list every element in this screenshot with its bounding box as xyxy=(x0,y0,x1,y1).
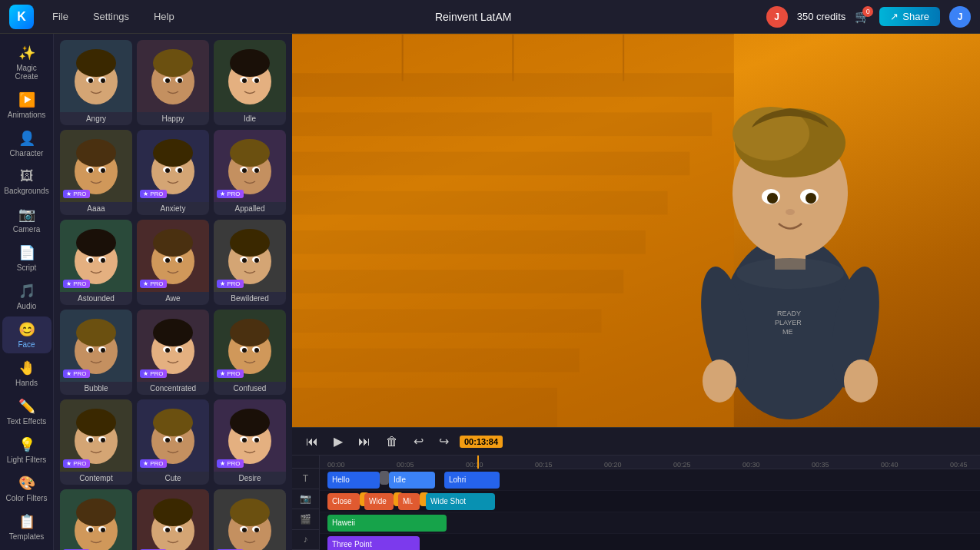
user-avatar-right[interactable]: J xyxy=(949,6,971,28)
face-card-bewildered[interactable]: ★ PROBewildered xyxy=(214,220,286,305)
pro-badge: ★ PRO xyxy=(217,369,244,378)
timeline: ⏮ ▶ ⏭ 🗑 ↩ ↪ 00:13:84 T 📷 🎬 ♪ xyxy=(292,427,980,550)
svg-point-75 xyxy=(165,348,170,353)
face-card-anxiety[interactable]: ★ PROAnxiety xyxy=(137,130,209,215)
clip-haweii[interactable]: Haweii xyxy=(327,515,447,532)
clip-close[interactable]: Close xyxy=(327,493,360,510)
face-grid: Angry Happy Idle ★ PROAaaa ★ PRO xyxy=(60,40,286,550)
sidebar-item-camera[interactable]: 📷 Camera xyxy=(2,201,51,238)
clip-lohri[interactable]: Lohri xyxy=(444,472,500,489)
svg-point-48 xyxy=(101,258,105,263)
face-card-confused[interactable]: ★ PROConfused xyxy=(214,310,286,395)
timeline-play[interactable]: ▶ xyxy=(329,432,347,450)
sidebar-item-templates[interactable]: 📋 Templates xyxy=(2,509,51,545)
svg-rect-156 xyxy=(292,388,557,427)
sidebar-item-audio[interactable]: 🎵 Audio xyxy=(2,278,51,315)
svg-point-72 xyxy=(153,319,193,346)
sidebar-item-backgrounds[interactable]: 🖼 Backgrounds xyxy=(2,164,51,200)
sidebar-item-face[interactable]: 😊 Face xyxy=(2,316,51,353)
svg-point-41 xyxy=(254,168,259,173)
nav-settings[interactable]: Settings xyxy=(87,8,135,25)
svg-rect-155 xyxy=(292,349,580,373)
face-card-contempt[interactable]: ★ PROContempt xyxy=(60,399,132,485)
face-label-happy: Happy xyxy=(137,112,209,125)
svg-point-114 xyxy=(153,499,193,526)
face-card-desire[interactable]: ★ PRODesire xyxy=(214,399,286,485)
cart-button[interactable]: 🛒 0 xyxy=(855,9,870,24)
face-card-concentrated[interactable]: ★ PROConcentrated xyxy=(137,310,209,395)
sidebar-item-character[interactable]: 👤 Character xyxy=(2,125,51,162)
svg-point-69 xyxy=(101,348,105,353)
face-card-angry[interactable]: Angry xyxy=(60,40,132,125)
nav-file[interactable]: File xyxy=(46,8,75,25)
track-row-audio: Three Point xyxy=(320,534,980,550)
sidebar-label-backgrounds: Backgrounds xyxy=(4,187,48,195)
face-card-disgusted[interactable]: ★ PRODisgusted xyxy=(137,489,209,550)
user-avatar-left[interactable]: J xyxy=(766,6,788,28)
face-label-desire: Desire xyxy=(214,472,286,485)
face-card-disappointed[interactable]: ★ PRODisappointed xyxy=(60,489,132,550)
timeline-controls: ⏮ ▶ ⏭ 🗑 ↩ ↪ 00:13:84 xyxy=(292,428,980,456)
svg-point-54 xyxy=(165,258,170,263)
face-label-anxiety: Anxiety xyxy=(137,202,209,215)
svg-point-44 xyxy=(76,229,116,257)
svg-point-12 xyxy=(165,78,170,83)
face-card-cute[interactable]: ★ PROCute xyxy=(137,399,209,485)
timeline-redo[interactable]: ↪ xyxy=(434,432,453,450)
svg-text:PLAYER: PLAYER xyxy=(775,319,802,326)
tracks-area: Hello Idle Lohri Close Wide Mi. xyxy=(320,469,980,550)
svg-point-58 xyxy=(230,229,270,257)
clip-hello[interactable]: Hello xyxy=(327,472,380,489)
main-area: ✨ Magic Create ▶️ Animations 👤 Character… xyxy=(0,34,980,550)
hands-icon: 🤚 xyxy=(18,359,35,376)
svg-point-62 xyxy=(254,258,259,263)
clip-wide[interactable]: Wide xyxy=(364,493,394,510)
face-card-appalled[interactable]: ★ PROAppalled xyxy=(214,130,286,215)
face-label-awe: Awe xyxy=(137,292,209,305)
face-card-doubt[interactable]: ★ PRODoubt xyxy=(214,489,286,550)
sidebar-label-animations: Animations xyxy=(8,111,45,119)
svg-point-20 xyxy=(254,78,259,83)
timeline-undo[interactable]: ↩ xyxy=(409,432,428,450)
ruler-10: 00:10 xyxy=(466,461,535,469)
nav-help[interactable]: Help xyxy=(148,8,181,25)
sidebar-item-magic-create[interactable]: ✨ Magic Create xyxy=(2,40,51,85)
sidebar-label-script: Script xyxy=(17,263,37,272)
svg-point-19 xyxy=(242,78,247,83)
svg-point-110 xyxy=(88,528,93,532)
ruler-35: 00:35 xyxy=(812,461,881,469)
sidebar-item-script[interactable]: 📄 Script xyxy=(2,240,51,277)
clip-three-point[interactable]: Three Point xyxy=(327,536,420,551)
face-card-idle[interactable]: Idle xyxy=(214,40,286,125)
face-card-awe[interactable]: ★ PROAwe xyxy=(137,220,209,305)
face-card-bubble[interactable]: ★ PROBubble xyxy=(60,310,132,395)
sidebar-item-animations[interactable]: ▶️ Animations xyxy=(2,87,51,124)
face-label-confused: Confused xyxy=(214,382,286,395)
timeline-delete[interactable]: 🗑 xyxy=(381,433,403,450)
face-icon: 😊 xyxy=(18,321,35,338)
timeline-scroll[interactable]: 00:00 00:05 00:10 00:15 00:20 00:25 00:3… xyxy=(320,456,980,550)
clip-idle[interactable]: Idle xyxy=(389,472,435,489)
track-icons: T 📷 🎬 ♪ xyxy=(292,456,320,550)
svg-point-6 xyxy=(101,78,105,83)
track-icon-scene: 🎬 xyxy=(292,509,319,529)
clip-wide-shot[interactable]: Wide Shot xyxy=(426,493,495,510)
face-label-appalled: Appalled xyxy=(214,202,286,215)
clip-mi[interactable]: Mi. xyxy=(398,493,420,510)
track-icon-camera: 📷 xyxy=(292,489,319,509)
share-button[interactable]: ↗ Share xyxy=(879,7,940,26)
svg-point-9 xyxy=(153,49,193,77)
sidebar-item-text-effects[interactable]: ✏️ Text Effects xyxy=(2,393,51,430)
svg-point-89 xyxy=(88,438,93,442)
face-card-happy[interactable]: Happy xyxy=(137,40,209,125)
svg-point-93 xyxy=(153,409,193,436)
face-card-astounded[interactable]: ★ PROAstounded xyxy=(60,220,132,305)
face-card-aaaa[interactable]: ★ PROAaaa xyxy=(60,130,132,215)
svg-point-96 xyxy=(165,438,170,442)
timeline-skip-back[interactable]: ⏮ xyxy=(301,433,323,450)
sidebar-item-color-filters[interactable]: 🎨 Color Filters xyxy=(2,470,51,507)
svg-point-33 xyxy=(165,168,170,173)
sidebar-item-hands[interactable]: 🤚 Hands xyxy=(2,355,51,392)
timeline-skip-forward[interactable]: ⏭ xyxy=(354,433,375,450)
sidebar-item-light-filters[interactable]: 💡 Light Filters xyxy=(2,432,51,469)
